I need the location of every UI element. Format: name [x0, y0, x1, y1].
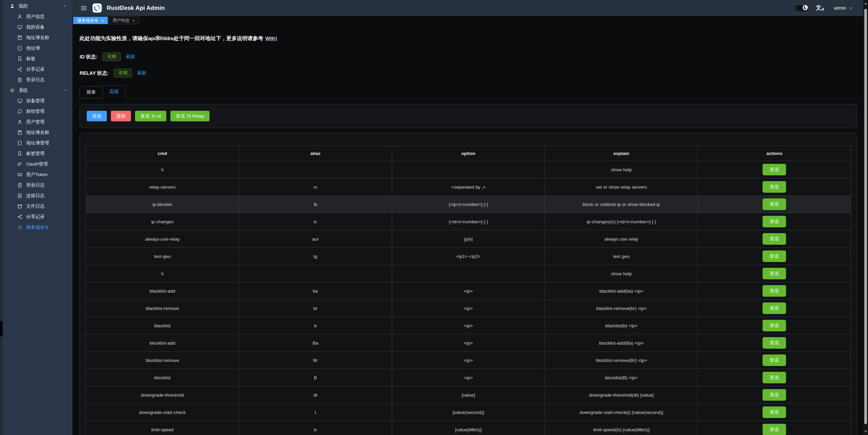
cell-actions: 发送: [698, 213, 851, 230]
send-button[interactable]: 发送: [763, 406, 786, 418]
send-button[interactable]: 发送: [763, 320, 786, 331]
tab-advanced[interactable]: 高级: [102, 85, 126, 99]
filter-button[interactable]: 筛选: [87, 111, 107, 121]
send-to-relay-button[interactable]: 发送 To Relay: [170, 111, 210, 121]
sidebar-item-address-book-names[interactable]: 地址簿名称: [3, 127, 72, 138]
sidebar-scrollbar-thumb[interactable]: [0, 321, 3, 336]
cell-cmd: blocklist-add: [86, 334, 239, 352]
user-dropdown[interactable]: admin: [834, 5, 853, 11]
send-button[interactable]: 发送: [763, 354, 786, 366]
sidebar-item-label: 地址簿: [26, 45, 40, 51]
tab-simple[interactable]: 简单: [80, 86, 103, 99]
sidebar-item-tags[interactable]: 标签: [3, 53, 72, 64]
cell-cmd: test-geo: [86, 248, 239, 265]
close-icon[interactable]: ×: [101, 18, 104, 23]
language-icon[interactable]: 文A: [816, 5, 824, 11]
page-tab-server-command[interactable]: 服务端命令×: [73, 17, 108, 24]
sidebar-item-label: 分享记录: [26, 214, 45, 220]
cell-actions: 发送: [698, 317, 851, 334]
sidebar-item-login-logs[interactable]: 登录日志: [3, 180, 72, 190]
cell-explain: test geo: [545, 248, 698, 265]
book-icon: [17, 35, 22, 40]
sidebar-item-my-devices[interactable]: 我的设备: [3, 22, 72, 32]
send-button[interactable]: 发送: [763, 268, 786, 279]
send-button[interactable]: 发送: [763, 389, 786, 401]
close-icon[interactable]: ×: [132, 18, 135, 23]
sidebar-scrollbar[interactable]: [0, 0, 3, 435]
sidebar-item-tag-mgmt[interactable]: 标签管理: [3, 148, 72, 159]
page-scrollbar[interactable]: [863, 0, 868, 435]
cell-option: <separated by ,>: [392, 178, 545, 196]
sidebar-item-user-token[interactable]: 用户Token: [3, 169, 72, 180]
monitor-icon: [17, 24, 22, 30]
ticket-icon: [17, 172, 22, 177]
cell-cmd: downgrade-threshold: [86, 386, 239, 404]
link-icon: [17, 161, 22, 167]
sidebar-item-address-book[interactable]: 地址簿: [3, 43, 72, 53]
sidebar-item-label: 用户Token: [26, 172, 48, 178]
sidebar-item-label: Oauth管理: [26, 161, 48, 167]
sidebar-item-share-records[interactable]: 分享记录: [3, 64, 72, 74]
send-button[interactable]: 发送: [763, 198, 786, 210]
sidebar-item-address-book-mgmt[interactable]: 地址簿管理: [3, 138, 72, 148]
add-button[interactable]: 添加: [111, 111, 131, 121]
cell-cmd: always-use-relay: [86, 230, 239, 248]
send-button[interactable]: 发送: [763, 302, 786, 314]
scroll-up-icon[interactable]: [864, 2, 867, 4]
wiki-link[interactable]: WIKI: [265, 35, 277, 41]
status-label: ID 状态:: [80, 54, 97, 60]
page-tab-user-info[interactable]: 用户信息×: [108, 17, 139, 24]
sidebar-item-label: 用户信息: [26, 14, 45, 20]
cell-actions: 发送: [698, 282, 851, 300]
cell-option: <ip>: [392, 369, 545, 386]
dark-mode-toggle[interactable]: [795, 4, 809, 12]
cell-actions: 发送: [698, 300, 851, 317]
send-button[interactable]: 发送: [763, 424, 786, 435]
scroll-down-icon[interactable]: [864, 431, 867, 433]
sidebar-item-device-mgmt[interactable]: 设备管理: [3, 95, 72, 106]
cell-explain: blocklist-remove(Br) <ip>: [545, 352, 698, 369]
sidebar-item-label: 文件日志: [26, 203, 45, 209]
sidebar-item-oauth-mgmt[interactable]: Oauth管理: [3, 159, 72, 169]
sidebar-item-user-info[interactable]: 用户信息: [3, 11, 72, 22]
send-button[interactable]: 发送: [763, 181, 786, 193]
sidebar-section-mine[interactable]: 我的: [3, 1, 72, 11]
sidebar-item-label: 地址簿管理: [26, 140, 49, 146]
sidebar-section-system[interactable]: 系统: [3, 85, 72, 95]
cell-option: <ip>: [392, 352, 545, 369]
send-button[interactable]: 发送: [763, 233, 786, 245]
sidebar-item-group-mgmt[interactable]: 群组管理: [3, 106, 72, 117]
sidebar-item-conn-logs[interactable]: 连接日志: [3, 190, 72, 201]
send-button[interactable]: 发送: [763, 337, 786, 349]
cell-cmd: blocklist: [86, 369, 239, 386]
refresh-link[interactable]: 刷新: [137, 70, 146, 76]
page-tab-label: 服务端命令: [77, 18, 99, 23]
send-button[interactable]: 发送: [763, 164, 786, 175]
send-to-id-button[interactable]: 发送 To Id: [135, 111, 166, 121]
refresh-link[interactable]: 刷新: [126, 54, 135, 60]
sidebar-item-label: 标签管理: [26, 151, 45, 157]
sidebar-item-user-mgmt[interactable]: 用户管理: [3, 117, 72, 127]
chat-icon: [17, 109, 22, 114]
sidebar-item-address-book-names[interactable]: 地址簿名称: [3, 32, 72, 43]
cell-actions: 发送: [698, 369, 851, 386]
cell-actions: 发送: [698, 161, 851, 178]
cell-cmd: relay-servers: [86, 178, 239, 196]
cell-cmd: ip-blocker: [86, 196, 239, 213]
cell-cmd: h: [86, 265, 239, 282]
sidebar-item-login-logs[interactable]: 登录日志: [3, 74, 72, 85]
sidebar: 我的用户信息我的设备地址簿名称地址簿标签分享记录登录日志系统设备管理群组管理用户…: [3, 0, 72, 435]
send-button[interactable]: 发送: [763, 250, 786, 262]
send-button[interactable]: 发送: [763, 216, 786, 227]
send-button[interactable]: 发送: [763, 285, 786, 297]
page-scrollbar-thumb[interactable]: [864, 9, 867, 424]
user-solid-icon: [10, 3, 15, 9]
table-row: hshow help发送: [86, 265, 851, 282]
cell-cmd: h: [86, 161, 239, 178]
sidebar-item-share-records[interactable]: 分享记录: [3, 211, 72, 222]
cell-alias: [239, 161, 392, 178]
collapse-sidebar-icon[interactable]: [81, 5, 87, 12]
sidebar-item-file-logs[interactable]: 文件日志: [3, 201, 72, 211]
sidebar-item-server-command[interactable]: 服务端命令: [3, 222, 72, 232]
send-button[interactable]: 发送: [763, 372, 786, 383]
